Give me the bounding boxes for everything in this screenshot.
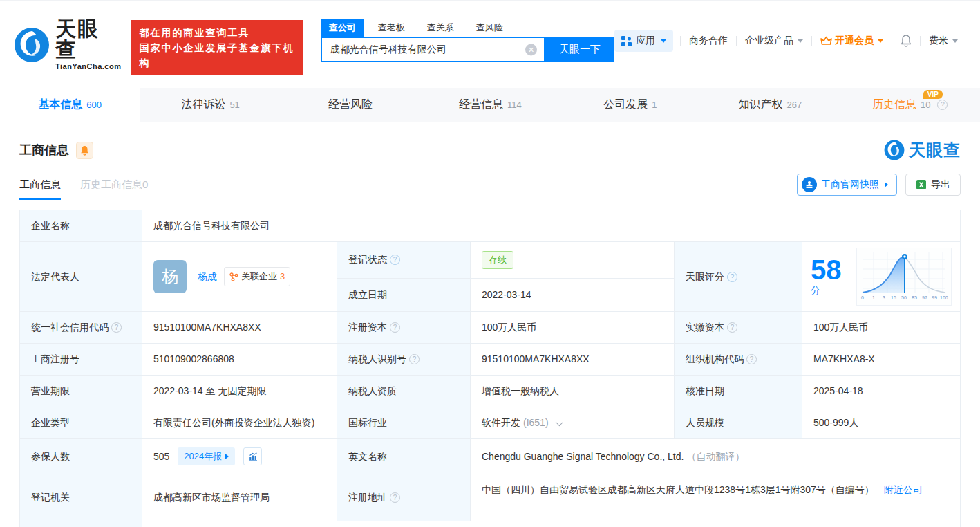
tab-count: 114 (507, 100, 522, 110)
address-full-text: 中国（四川）自由贸易试验区成都高新区天府大道中段1238号1栋3层1号附307号… (482, 484, 874, 495)
address-text: 注册地址 (348, 490, 387, 505)
apps-menu-button[interactable]: 应用 (614, 30, 673, 52)
search-tab-boss[interactable]: 查老板 (370, 19, 413, 37)
score-text: 天眼评分 (686, 270, 724, 284)
nav-enterprise-products[interactable]: 企业级产品 (737, 35, 811, 47)
cooperation-label: 商务合作 (689, 35, 728, 47)
auto-translate-note: （自动翻译） (686, 450, 744, 464)
help-icon[interactable]: ? (390, 322, 400, 333)
help-icon[interactable]: ? (111, 322, 122, 333)
search-tab-relation[interactable]: 查关系 (419, 19, 462, 37)
subtab-business-info[interactable]: 工商信息 (19, 178, 61, 200)
tab-label: 基本信息 (38, 98, 82, 112)
business-term-value: 2022-03-14 至 无固定期限 (142, 376, 337, 407)
table-row: 工商注册号 510109002866808 纳税人识别号? 91510100MA… (20, 344, 960, 376)
nav-notifications[interactable] (892, 35, 920, 47)
company-type-value: 有限责任公司(外商投资企业法人独资) (142, 407, 337, 438)
tab-operation-risk[interactable]: 经营风险 (281, 88, 420, 122)
tianyan-score[interactable]: 58分 (802, 242, 960, 311)
tab-count: 600 (86, 100, 102, 110)
establish-date-label: 成立日期 (337, 279, 471, 311)
industry-label: 国标行业 (337, 407, 471, 438)
search-tab-risk[interactable]: 查风险 (468, 19, 511, 37)
nav-cooperation[interactable]: 商务合作 (681, 35, 736, 47)
english-name-label: 英文名称 (337, 439, 471, 474)
help-icon[interactable]: ? (390, 255, 400, 265)
insured-label: 参保人数 (20, 439, 142, 474)
nav-vip-membership[interactable]: 开通会员 (812, 35, 892, 47)
tab-label: 历史信息 (872, 98, 916, 112)
help-icon[interactable]: ? (727, 322, 737, 333)
company-type-label: 企业类型 (20, 407, 142, 438)
insured-trend-button[interactable] (243, 447, 262, 465)
company-name-value: 成都光合信号科技有限公司 (142, 210, 960, 241)
clear-icon[interactable]: ✕ (525, 44, 537, 55)
status-badge: 存续 (482, 251, 513, 269)
tianyancha-logo-icon (14, 27, 50, 63)
subtab-history-business-info[interactable]: 历史工商信息0 (80, 178, 148, 200)
tab-count: 51 (229, 100, 239, 110)
tab-label: 法律诉讼 (181, 98, 225, 112)
taxpayer-quality-value: 增值税一般纳税人 (471, 376, 675, 407)
help-icon[interactable]: ? (727, 272, 737, 282)
legal-rep-name-link[interactable]: 杨成 (198, 270, 217, 284)
official-snapshot-button[interactable]: 工商官网快照 (797, 174, 897, 196)
score-unit: 分 (811, 285, 820, 296)
help-icon[interactable]: ? (390, 492, 400, 503)
legal-rep-label: 法定代表人 (20, 242, 142, 311)
annual-report-badge[interactable]: 2024年报 (178, 447, 235, 465)
taxpayer-id-text: 纳税人识别号 (348, 352, 406, 367)
reg-capital-value: 100万人民币 (471, 312, 675, 343)
status-date-subgrid: 登记状态? 存续 成立日期 2022-03-14 (337, 242, 675, 311)
tab-company-development[interactable]: 公司发展 1 (560, 88, 700, 122)
monitor-bell-button[interactable] (76, 142, 93, 159)
related-companies-badge[interactable]: 关联企业 3 (224, 267, 290, 286)
english-name-value: Chengdu Guanghe Signal Technology Co., L… (471, 439, 960, 474)
paid-capital-label: 实缴资本? (675, 312, 802, 343)
svg-text:99: 99 (932, 295, 937, 300)
chevron-down-icon[interactable] (555, 418, 563, 425)
score-value: 58 (811, 255, 842, 285)
tab-label: 公司发展 (603, 98, 648, 112)
org-code-value: MA7KHXA8-X (802, 344, 960, 375)
table-row: 营业期限 2022-03-14 至 无固定期限 纳税人资质 增值税一般纳税人 核… (20, 376, 960, 407)
svg-text:3: 3 (883, 295, 885, 300)
credit-code-value: 91510100MA7KHXA8XX (142, 312, 337, 343)
tab-basic-info[interactable]: 基本信息 600 (0, 88, 140, 122)
avatar[interactable]: 杨 (153, 260, 187, 293)
insured-count: 505 (153, 450, 169, 464)
help-icon[interactable]: ? (409, 354, 420, 364)
help-icon[interactable]: ? (746, 354, 757, 364)
business-info-table: 企业名称 成都光合信号科技有限公司 法定代表人 杨 杨成 关联企业 3 登记状态… (19, 210, 961, 527)
reg-capital-label: 注册资本? (337, 312, 471, 343)
tab-history-info[interactable]: VIP 历史信息 10 ? (840, 88, 980, 122)
search-tab-company[interactable]: 查公司 (321, 19, 364, 37)
reg-capital-text: 注册资本 (348, 320, 387, 335)
table-row: 法定代表人 杨 杨成 关联企业 3 登记状态? 存续 成立日期 (20, 242, 960, 312)
chevron-down-icon (661, 39, 666, 43)
stamp-icon (802, 177, 817, 192)
score-label: 天眼评分? (675, 242, 802, 311)
nav-user-menu[interactable]: 费米 (921, 35, 966, 47)
search-block: 查公司 查老板 查关系 查风险 ✕ 天眼一下 (321, 19, 614, 62)
chart-icon (248, 452, 258, 461)
vip-label: 开通会员 (835, 35, 874, 47)
annual-report-label: 2024年报 (184, 450, 222, 463)
help-icon[interactable]: ? (937, 100, 948, 110)
nearby-companies-link[interactable]: 附近公司 (884, 484, 923, 495)
logo-domain-text: TianYanCha.com (55, 63, 121, 71)
insured-value: 505 2024年报 (142, 439, 337, 474)
tab-intellectual-property[interactable]: 知识产权 267 (700, 88, 840, 122)
monitor-bell-icon (80, 145, 89, 156)
tab-operation-info[interactable]: 经营信息 114 (420, 88, 560, 122)
tianyancha-logo[interactable]: 天眼查 TianYanCha.com (14, 19, 121, 71)
address-label: 注册地址? (337, 474, 471, 521)
business-scope-label: 经营范围? (20, 521, 142, 527)
notification-bell-icon (901, 35, 912, 47)
industry-code: (I651) (523, 416, 549, 430)
search-input[interactable] (322, 38, 544, 61)
search-button[interactable]: 天眼一下 (545, 37, 614, 62)
tab-legal-litigation[interactable]: 法律诉讼 51 (140, 88, 280, 122)
export-button[interactable]: 导出 (905, 174, 961, 196)
table-row: 统一社会信用代码? 91510100MA7KHXA8XX 注册资本? 100万人… (20, 312, 960, 344)
